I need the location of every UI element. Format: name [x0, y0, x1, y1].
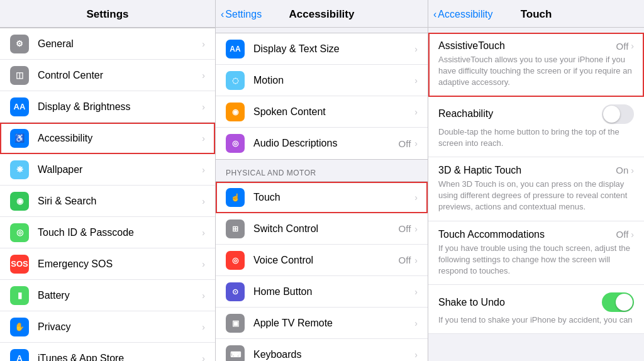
- mid-back-link[interactable]: ‹ Settings: [221, 9, 262, 20]
- left-item-battery[interactable]: ▮ Battery ›: [0, 280, 215, 311]
- chevron-battery: ›: [202, 291, 205, 301]
- right-value-touch-accommodations: Off: [616, 229, 629, 240]
- left-settings-list: ⚙ General › ◫ Control Center › AA Displa…: [0, 28, 215, 361]
- icon-display: AA: [10, 97, 29, 116]
- left-item-itunes[interactable]: A iTunes & App Store ›: [0, 343, 215, 361]
- mid-panel-title: Accessibility: [289, 8, 355, 21]
- left-panel-title: Settings: [86, 8, 128, 21]
- desc-assistive-touch: AssistiveTouch allows you to use your iP…: [438, 54, 634, 89]
- chevron-appletv: ›: [414, 318, 418, 328]
- icon-display-text: AA: [226, 40, 245, 58]
- right-panel: ‹ Accessibility Touch AssistiveTouch Off…: [428, 0, 644, 361]
- desc-3d-haptic: When 3D Touch is on, you can press on th…: [438, 179, 634, 213]
- right-value-3d-haptic: On: [616, 165, 628, 175]
- left-item-emergency[interactable]: SOS Emergency SOS ›: [0, 248, 215, 280]
- right-label-shake-undo: Shake to Undo: [438, 297, 505, 308]
- right-label-3d-haptic: 3D & Haptic Touch: [438, 165, 521, 176]
- left-item-privacy[interactable]: ✋ Privacy ›: [0, 311, 215, 343]
- mid-header: ‹ Settings Accessibility: [216, 0, 428, 28]
- left-item-accessibility[interactable]: ♿ Accessibility ›: [0, 123, 215, 154]
- label-motion: Motion: [253, 75, 414, 86]
- mid-item-appletv[interactable]: ▣ Apple TV Remote ›: [216, 308, 428, 339]
- right-item-shake-undo[interactable]: Shake to Undo If you tend to shake your …: [428, 285, 644, 334]
- chevron-control-center: ›: [202, 70, 205, 81]
- right-back-label: Accessibility: [438, 9, 492, 20]
- label-switch: Switch Control: [253, 223, 399, 235]
- icon-motion: ◌: [226, 71, 245, 90]
- label-general: General: [38, 38, 202, 50]
- mid-item-keyboards[interactable]: ⌨ Keyboards ›: [216, 339, 428, 361]
- mid-item-voice[interactable]: ◎ Voice Control Off ›: [216, 245, 428, 276]
- label-privacy: Privacy: [38, 321, 202, 333]
- left-item-control-center[interactable]: ◫ Control Center ›: [0, 60, 215, 91]
- chevron-wallpaper: ›: [202, 165, 205, 175]
- mid-item-audio-desc[interactable]: ◎ Audio Descriptions Off ›: [216, 128, 428, 159]
- mid-item-switch[interactable]: ⊞ Switch Control Off ›: [216, 213, 428, 245]
- label-battery: Battery: [38, 290, 202, 301]
- icon-home-btn: ⊙: [226, 282, 245, 301]
- mid-item-spoken[interactable]: ◉ Spoken Content ›: [216, 96, 428, 128]
- left-item-touchid[interactable]: ◎ Touch ID & Passcode ›: [0, 217, 215, 248]
- icon-appletv: ▣: [226, 314, 245, 333]
- chevron-touch: ›: [414, 192, 418, 203]
- label-home-btn: Home Button: [253, 286, 414, 297]
- right-item-assistive-touch[interactable]: AssistiveTouch Off › AssistiveTouch allo…: [428, 33, 644, 97]
- icon-control-center: ◫: [10, 66, 29, 85]
- icon-audio-desc: ◎: [226, 134, 245, 153]
- chevron-privacy: ›: [202, 322, 205, 332]
- desc-shake-undo: If you tend to shake your iPhone by acci…: [438, 314, 634, 326]
- right-item-touch-accommodations[interactable]: Touch Accommodations Off › If you have t…: [428, 221, 644, 286]
- value-switch: Off: [399, 223, 411, 234]
- mid-back-label: Settings: [225, 9, 262, 20]
- section-physical-motor: PHYSICAL AND MOTOR: [216, 160, 428, 181]
- label-keyboards: Keyboards: [253, 349, 414, 360]
- chevron-emergency: ›: [202, 259, 205, 269]
- icon-siri: ◉: [10, 192, 29, 211]
- icon-emergency: SOS: [10, 255, 29, 274]
- mid-item-home-btn[interactable]: ⊙ Home Button ›: [216, 276, 428, 308]
- chevron-audio-desc: ›: [414, 138, 418, 148]
- chevron-general: ›: [202, 39, 205, 49]
- desc-touch-accommodations: If you have trouble using the touch scre…: [438, 243, 634, 277]
- toggle-reachability[interactable]: [602, 104, 634, 124]
- label-spoken: Spoken Content: [253, 106, 414, 118]
- value-voice: Off: [399, 255, 411, 265]
- icon-touch: ☝: [226, 188, 245, 207]
- icon-switch: ⊞: [226, 219, 245, 238]
- label-voice: Voice Control: [253, 255, 399, 266]
- icon-keyboards: ⌨: [226, 345, 245, 361]
- toggle-shake-undo[interactable]: [602, 292, 634, 312]
- left-item-siri[interactable]: ◉ Siri & Search ›: [0, 186, 215, 217]
- label-display-text: Display & Text Size: [253, 43, 414, 55]
- icon-spoken: ◉: [226, 103, 245, 121]
- chevron-siri: ›: [202, 196, 205, 206]
- right-label-touch-accommodations: Touch Accommodations: [438, 229, 545, 240]
- desc-reachability: Double-tap the home button to bring the …: [438, 126, 634, 149]
- right-panel-title: Touch: [521, 8, 552, 21]
- icon-wallpaper: ❋: [10, 160, 29, 179]
- label-audio-desc: Audio Descriptions: [253, 138, 399, 149]
- right-header: ‹ Accessibility Touch: [428, 0, 644, 28]
- right-back-link[interactable]: ‹ Accessibility: [433, 9, 492, 20]
- mid-item-motion[interactable]: ◌ Motion ›: [216, 65, 428, 96]
- right-item-reachability[interactable]: Reachability Double-tap the home button …: [428, 97, 644, 157]
- left-item-display[interactable]: AA Display & Brightness ›: [0, 91, 215, 123]
- mid-settings-list: AA Display & Text Size › ◌ Motion › ◉ Sp…: [216, 28, 428, 361]
- label-itunes: iTunes & App Store: [38, 353, 202, 362]
- mid-item-display-text[interactable]: AA Display & Text Size ›: [216, 33, 428, 65]
- toggle-thumb-reachability: [603, 106, 620, 123]
- chevron-voice: ›: [414, 255, 418, 265]
- left-item-wallpaper[interactable]: ❋ Wallpaper ›: [0, 154, 215, 186]
- right-item-3d-haptic[interactable]: 3D & Haptic Touch On › When 3D Touch is …: [428, 157, 644, 221]
- right-chevron-touch-accommodations: ›: [631, 230, 634, 240]
- chevron-display-text: ›: [414, 44, 418, 54]
- mid-item-touch[interactable]: ☝ Touch ›: [216, 182, 428, 213]
- left-header: Settings: [0, 0, 215, 28]
- label-display: Display & Brightness: [38, 101, 202, 113]
- left-item-general[interactable]: ⚙ General ›: [0, 28, 215, 60]
- right-chevron-3d-haptic: ›: [631, 165, 634, 175]
- icon-voice: ◎: [226, 251, 245, 270]
- label-control-center: Control Center: [38, 70, 202, 81]
- right-chevron-assistive-touch: ›: [631, 41, 634, 51]
- chevron-display: ›: [202, 102, 205, 112]
